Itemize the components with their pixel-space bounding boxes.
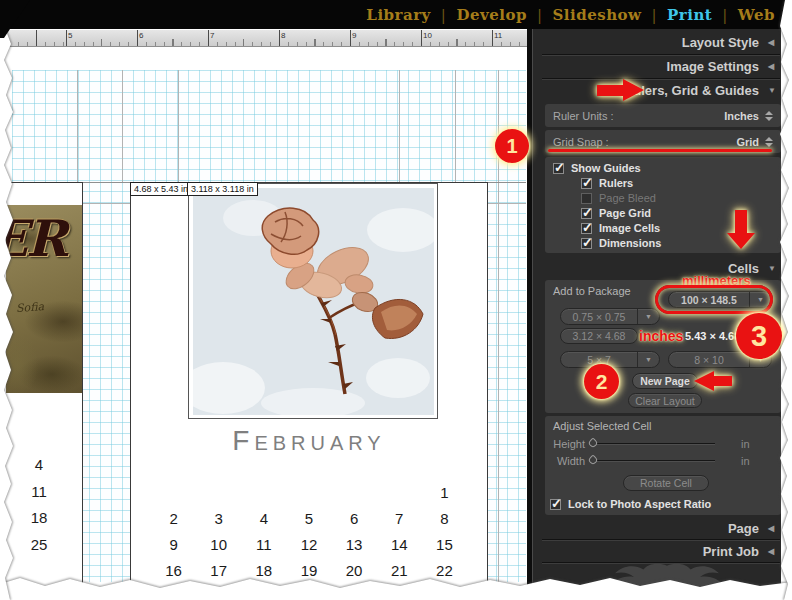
height-label: Height (545, 438, 585, 450)
lock-aspect-ratio-checkbox[interactable]: Lock to Photo Aspect Ratio (550, 497, 711, 511)
module-picker: Library|Develop|Slideshow|Print|Web (366, 0, 775, 29)
preset-button-8x10[interactable]: 8 × 10 ▼ (668, 351, 772, 368)
width-slider[interactable]: Width in (545, 454, 750, 468)
calendar-day: 25 (241, 583, 286, 600)
collapse-left-icon: ◀ (768, 524, 780, 533)
preset-button-0-75x0-75[interactable]: 0.75 × 0.75 ▼ (560, 308, 660, 325)
module-tab-slideshow[interactable]: Slideshow (552, 6, 641, 24)
image-dimension-label: 3.118 x 3.118 in (187, 182, 258, 196)
slider-knob[interactable] (587, 454, 598, 465)
grid-snap-value: Grid (736, 136, 759, 148)
expand-down-icon: ▼ (768, 86, 780, 95)
dropdown-arrow-icon[interactable]: ▼ (749, 292, 771, 307)
width-unit: in (741, 455, 750, 467)
panel-header-label: Page (728, 521, 759, 536)
calendar-day: 2 (151, 505, 196, 531)
panel-header-image-settings[interactable]: Image Settings ◀ (542, 58, 780, 74)
guide-checkbox-page-grid[interactable]: Page Grid (581, 206, 651, 220)
calendar-cell-left[interactable]: ER Sofia 4111825 (6, 182, 83, 600)
image-cell[interactable] (188, 183, 438, 419)
calendar-day: 16 (151, 557, 196, 583)
expand-down-icon: ▼ (768, 264, 780, 273)
divider (542, 78, 780, 80)
dropdown-arrow-icon[interactable]: ▼ (637, 352, 659, 367)
calendar-cell-february[interactable]: 4.68 x 5.43 in (130, 182, 488, 600)
new-page-button[interactable]: New Page (632, 373, 698, 389)
guide-checkbox-rulers[interactable]: Rulers (581, 176, 633, 190)
calendar-day (196, 479, 241, 505)
slider-knob[interactable] (587, 437, 598, 448)
module-tab-develop[interactable]: Develop (456, 6, 527, 24)
ruler-number: 6 (139, 31, 143, 40)
calendar-day: 25 (26, 536, 52, 553)
module-tab-library[interactable]: Library (366, 6, 430, 24)
calendar-day: 12 (286, 531, 331, 557)
calendar-day: 28 (377, 583, 422, 600)
ruler-units-value: Inches (724, 110, 759, 122)
ruler-number: 10 (423, 31, 432, 40)
dropdown-arrow-icon[interactable]: ▼ (749, 352, 771, 367)
calendar-day: 7 (377, 505, 422, 531)
calendar-day: 9 (151, 531, 196, 557)
panel-header-layout-style[interactable]: Layout Style ◀ (542, 34, 780, 50)
preset-button-3-12x4-68[interactable]: 3.12 × 4.68 (560, 328, 638, 344)
calendar-day (241, 479, 286, 505)
slider-track[interactable] (593, 443, 715, 445)
panel-header-label: Cells (728, 261, 759, 276)
show-guides-checkbox[interactable]: Show Guides (553, 161, 641, 175)
slider-track[interactable] (593, 460, 715, 462)
checkbox-icon (581, 193, 592, 204)
guide-label: Page Grid (599, 207, 651, 219)
dropdown-arrow-icon[interactable]: ▼ (637, 309, 659, 324)
guide-checkbox-page-bleed[interactable]: Page Bleed (581, 191, 656, 205)
panel-header-label: Rulers, Grid & Guides (624, 83, 759, 98)
module-separator: | (441, 6, 447, 24)
calendar-day: 10 (196, 531, 241, 557)
calendar-day: 15 (422, 531, 467, 557)
adjust-selected-cell-label: Adjust Selected Cell (553, 420, 651, 432)
tribal-ornament (602, 560, 732, 594)
rose-photo (193, 188, 434, 415)
module-tab-web[interactable]: Web (738, 6, 775, 24)
checkbox-icon (581, 238, 592, 249)
module-tab-print[interactable]: Print (667, 6, 712, 24)
module-separator: | (722, 6, 728, 24)
show-guides-group: Show Guides RulersPage BleedPage GridIma… (545, 157, 781, 253)
preset-button-5-43x4-68[interactable]: 5.43 × 4.68 (685, 330, 740, 342)
guide-checkbox-dimensions[interactable]: Dimensions (581, 236, 661, 250)
grid-snap-select[interactable]: Grid Snap : Grid (545, 130, 781, 153)
preset-button-5x7[interactable]: 5 × 7 ▼ (560, 351, 660, 368)
print-canvas: 567891011 ER Sofia 4111825 4.68 x 5.43 i… (0, 29, 527, 600)
grid-guide-vertical (455, 70, 456, 182)
height-unit: in (741, 438, 750, 450)
panel-header-rulers-grid-guides[interactable]: Rulers, Grid & Guides ▼ (542, 82, 780, 98)
clear-layout-button[interactable]: Clear Layout (628, 393, 702, 408)
guide-label: Page Bleed (599, 192, 656, 204)
guide-label: Rulers (599, 177, 633, 189)
spin-control-icon (765, 137, 773, 147)
calendar-day: 11 (26, 483, 52, 500)
preset-button-100x148-5[interactable]: 100 × 148.5 ▼ (668, 291, 772, 308)
ruler-number: 9 (352, 31, 356, 40)
calendar-day: 24 (196, 583, 241, 600)
guide-label: Image Cells (599, 222, 660, 234)
left-cell-day-numbers: 4111825 (6, 183, 82, 599)
ruler-units-select[interactable]: Ruler Units : Inches (545, 104, 781, 127)
calendar-day: 27 (332, 583, 377, 600)
calendar-day: 18 (241, 557, 286, 583)
guide-checkbox-image-cells[interactable]: Image Cells (581, 221, 660, 235)
panel-header-cells[interactable]: Cells ▼ (542, 260, 780, 276)
width-label: Width (545, 455, 585, 467)
ruler-units-label: Ruler Units : (553, 110, 614, 122)
panel-header-page[interactable]: Page ◀ (542, 520, 780, 536)
panel-header-print-job[interactable]: Print Job ◀ (542, 543, 780, 559)
calendar-day-grid: 1234567891011121314151617181920212223242… (151, 479, 467, 600)
collapse-left-icon: ◀ (768, 38, 780, 47)
calendar-day: 4 (26, 456, 52, 473)
rotate-cell-button[interactable]: Rotate Cell (623, 475, 709, 491)
spin-control-icon (765, 111, 773, 121)
checkbox-icon (550, 499, 561, 510)
calendar-day (422, 583, 467, 600)
checkbox-icon (581, 223, 592, 234)
height-slider[interactable]: Height in (545, 437, 750, 451)
